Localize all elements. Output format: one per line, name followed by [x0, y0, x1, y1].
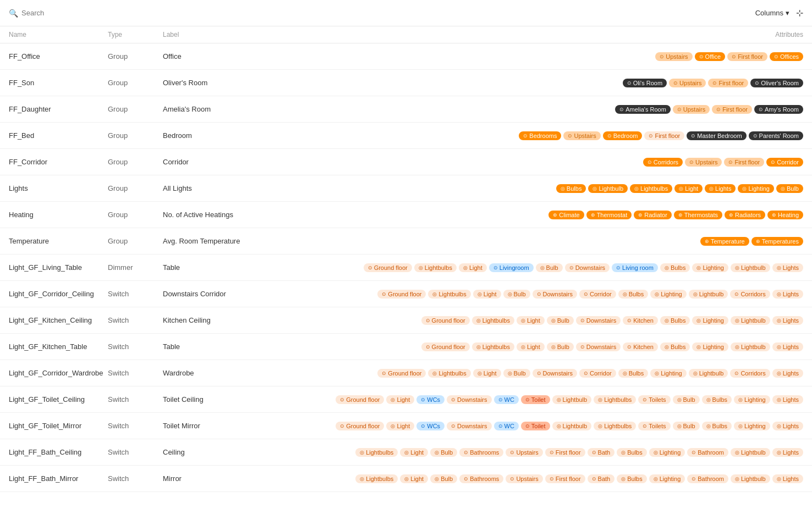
tag[interactable]: ⊙Bedroom: [603, 131, 643, 140]
tag[interactable]: ◎Bulbs: [702, 395, 732, 404]
tag[interactable]: ⊙Livingroom: [489, 263, 534, 272]
tag[interactable]: ◎Light: [386, 422, 414, 430]
tag[interactable]: ⊛Temperatures: [751, 237, 803, 246]
tag[interactable]: ◎Lightbulb: [552, 422, 592, 430]
tag[interactable]: ◎Lights: [772, 395, 803, 404]
tag[interactable]: ⊙Downstairs: [576, 316, 621, 325]
tag[interactable]: ◎Lighting: [738, 184, 774, 193]
tag[interactable]: ◎Light: [386, 395, 414, 404]
tag[interactable]: ⊛Temperature: [700, 237, 749, 246]
tag[interactable]: ◎Lightbulbs: [355, 474, 398, 483]
tag[interactable]: ◎Lights: [772, 263, 803, 272]
tag[interactable]: ⊙Living room: [612, 263, 658, 272]
search-input[interactable]: [21, 9, 131, 17]
tag[interactable]: ⊙WCs: [416, 395, 445, 404]
table-row[interactable]: Heating Group No. of Active Heatings ⊛Cl…: [0, 202, 812, 228]
tag[interactable]: ⊙WCs: [416, 422, 445, 430]
tag[interactable]: ◎Lightbulbs: [428, 290, 470, 299]
tag[interactable]: ◎Bulb: [547, 342, 574, 351]
tag[interactable]: ◎Bulbs: [660, 342, 690, 351]
table-row[interactable]: Light_GF_Kitchen_Ceiling Switch Kitchen …: [0, 307, 812, 334]
tag[interactable]: ⊙Ground floor: [336, 422, 384, 430]
tag[interactable]: ◎Light: [459, 263, 487, 272]
tag[interactable]: ⊙Corridor: [766, 158, 803, 167]
tag[interactable]: ⊙Office: [695, 52, 726, 61]
tag[interactable]: ⊙First floor: [545, 448, 585, 457]
tag[interactable]: ⊙Toilets: [638, 395, 670, 404]
tag[interactable]: ⊙Corridors: [643, 158, 683, 167]
tag[interactable]: ◎Bulbs: [660, 316, 690, 325]
tag[interactable]: ◎Lightbulb: [689, 369, 728, 378]
tag[interactable]: ⊙Ground floor: [364, 263, 412, 272]
table-row[interactable]: Light_FF_Bath_Mirror Switch Mirror ◎Ligh…: [0, 466, 812, 492]
tag[interactable]: ◎Lighting: [650, 369, 687, 378]
tag[interactable]: ⊙Upstairs: [673, 105, 710, 114]
tag[interactable]: ◎Bulbs: [618, 369, 649, 378]
tag[interactable]: ⊙Ground floor: [336, 395, 384, 404]
tag[interactable]: ⊛Climate: [548, 211, 584, 219]
tag[interactable]: ◎Lightbulbs: [355, 448, 398, 457]
tag[interactable]: ◎Lightbulb: [731, 263, 770, 272]
tag[interactable]: ⊙Ground floor: [421, 316, 470, 325]
tag[interactable]: ◎Lighting: [649, 448, 685, 457]
tag[interactable]: ◎Bulbs: [618, 290, 649, 299]
tag[interactable]: ⊙Master Bedroom: [687, 131, 746, 140]
tag[interactable]: ⊙Oli's Room: [623, 79, 667, 87]
tag[interactable]: ⊙Upstairs: [669, 79, 706, 87]
tag[interactable]: ◎Lightbulbs: [472, 342, 514, 351]
tag[interactable]: ⊙Bathroom: [687, 474, 728, 483]
tag[interactable]: ⊙Upstairs: [563, 131, 600, 140]
tag[interactable]: ◎Lightbulbs: [630, 184, 672, 193]
tag[interactable]: ⊙Bathroom: [687, 448, 728, 457]
tag[interactable]: ⊙Toilet: [521, 395, 550, 404]
tag[interactable]: ⊛Radiators: [725, 211, 765, 219]
tag[interactable]: ⊙Downstairs: [447, 395, 491, 404]
tag[interactable]: ⊙Bathrooms: [459, 448, 503, 457]
tag[interactable]: ◎Lights: [705, 184, 736, 193]
tag[interactable]: ◎Lights: [772, 369, 803, 378]
tag[interactable]: ⊙Oliver's Room: [750, 79, 803, 87]
tag[interactable]: ⊙Ground floor: [421, 342, 470, 351]
tag[interactable]: ⊙Toilets: [638, 422, 670, 430]
tag[interactable]: ⊛Thermostat: [586, 211, 632, 219]
tag[interactable]: ⊛Heating: [767, 211, 803, 219]
tag[interactable]: ⊙Kitchen: [623, 316, 658, 325]
tag[interactable]: ⊙Bedrooms: [519, 131, 561, 140]
tag[interactable]: ⊙Bath: [588, 474, 615, 483]
tag[interactable]: ⊛Thermostats: [674, 211, 722, 219]
tag[interactable]: ◎Lightbulb: [552, 395, 592, 404]
tag[interactable]: ◎Bulbs: [702, 422, 732, 430]
tag[interactable]: ◎Lighting: [734, 422, 770, 430]
tag[interactable]: ⊙Amelia's Room: [615, 105, 671, 114]
table-row[interactable]: Light_GF_Kitchen_Table Switch Table ⊙Gro…: [0, 334, 812, 360]
tag[interactable]: ◎Lighting: [734, 395, 770, 404]
tag[interactable]: ◎Bulbs: [660, 263, 690, 272]
tag[interactable]: ◎Lightbulb: [689, 290, 728, 299]
tag[interactable]: ⊙Downstairs: [533, 369, 577, 378]
tag[interactable]: ⊙Corridor: [579, 290, 616, 299]
table-row[interactable]: Light_GF_Toilet_Mirror Switch Toilet Mir…: [0, 413, 812, 439]
tag[interactable]: ◎Lighting: [649, 474, 685, 483]
tag[interactable]: ◎Lightbulb: [731, 474, 770, 483]
tag[interactable]: ⊙Toilet: [521, 422, 550, 430]
tag[interactable]: ⊙Offices: [770, 52, 803, 61]
tag[interactable]: ◎Bulb: [776, 184, 803, 193]
tag[interactable]: ◎Lights: [772, 474, 803, 483]
tag[interactable]: ◎Bulb: [673, 395, 700, 404]
tag[interactable]: ◎Light: [517, 316, 545, 325]
tag[interactable]: ◎Bulb: [430, 448, 457, 457]
tag[interactable]: ⊙Parents' Room: [749, 131, 803, 140]
tag[interactable]: ⊙First floor: [545, 474, 585, 483]
tag[interactable]: ◎Lightbulbs: [428, 369, 470, 378]
tag[interactable]: ⊙First floor: [724, 158, 764, 167]
tag[interactable]: ⊙Bathrooms: [459, 474, 503, 483]
tag[interactable]: ◎Lightbulb: [731, 342, 770, 351]
table-row[interactable]: Light_GF_Corridor_Ceiling Switch Downsta…: [0, 281, 812, 307]
table-row[interactable]: Light_GF_Toilet_Ceiling Switch Toilet Ce…: [0, 386, 812, 413]
tag[interactable]: ◎Lighting: [692, 263, 728, 272]
tag[interactable]: ◎Lightbulb: [588, 184, 628, 193]
tag[interactable]: ◎Lights: [772, 448, 803, 457]
tag[interactable]: ◎Lights: [772, 290, 803, 299]
tag[interactable]: ⊙Upstairs: [685, 158, 722, 167]
tag[interactable]: ◎Bulb: [536, 263, 563, 272]
